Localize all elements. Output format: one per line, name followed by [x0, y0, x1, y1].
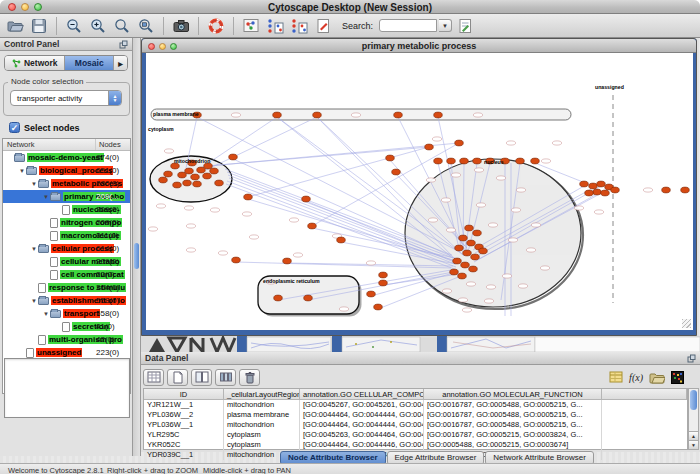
- network-node[interactable]: [244, 194, 253, 200]
- node-color-dropdown[interactable]: transporter activity ▲▼: [10, 90, 122, 106]
- network-node[interactable]: [178, 172, 187, 178]
- scroll-up-arrow[interactable]: ▲: [689, 431, 698, 440]
- network-node[interactable]: [185, 168, 194, 174]
- network-node[interactable]: [516, 158, 525, 164]
- tree-row[interactable]: cellular metabo209(0): [3, 255, 130, 268]
- select-attributes-button[interactable]: [143, 369, 164, 386]
- search-dropdown-caret[interactable]: ▼: [439, 19, 452, 32]
- network-node[interactable]: [386, 155, 395, 161]
- network-node[interactable]: [191, 174, 200, 180]
- attribute-panes-button[interactable]: [191, 369, 212, 386]
- attribute-table-scrollbar[interactable]: ▲ ▼: [688, 388, 699, 450]
- network-node[interactable]: [469, 266, 478, 272]
- network-node[interactable]: [611, 187, 620, 193]
- data-panel-float-icon[interactable]: [687, 354, 696, 363]
- delete-attribute-button[interactable]: [239, 369, 260, 386]
- select-nodes-checkbox[interactable]: ✓: [9, 122, 20, 133]
- network-node[interactable]: [193, 181, 202, 187]
- network-node[interactable]: [580, 181, 589, 187]
- network-node[interactable]: [308, 223, 317, 229]
- network-node[interactable]: [447, 158, 456, 164]
- float-panel-icon[interactable]: [119, 40, 128, 49]
- network-node[interactable]: [215, 180, 224, 186]
- tree-row[interactable]: ▼transport558(0): [3, 307, 130, 320]
- network-edge[interactable]: [206, 117, 317, 170]
- tree-row[interactable]: nitrogen compo209(0): [3, 216, 130, 229]
- vizmapper-icon[interactable]: [240, 16, 262, 36]
- open-session-button[interactable]: [4, 16, 26, 36]
- tab-mosaic[interactable]: Mosaic: [65, 56, 114, 70]
- tree-row[interactable]: secretion41(0): [3, 320, 130, 333]
- network-node[interactable]: [453, 258, 462, 264]
- import-attributes-folder-icon[interactable]: [649, 371, 665, 384]
- expander-icon[interactable]: ▼: [30, 246, 38, 252]
- network-overview-navigator[interactable]: [4, 358, 130, 418]
- scroll-down-arrow[interactable]: ▼: [689, 440, 698, 449]
- tree-row[interactable]: ▼biological_process651(0): [3, 164, 130, 177]
- network-node[interactable]: [589, 183, 598, 189]
- tree-row[interactable]: mosaic-demo-yeast874(0): [3, 151, 130, 164]
- table-column-header[interactable]: annotation.GO MOLECULAR_FUNCTION: [424, 389, 602, 399]
- network-node[interactable]: [601, 190, 610, 196]
- table-row[interactable]: YJR121W__1mitochondrion[GO:0045267, GO:0…: [144, 400, 687, 410]
- network-node[interactable]: [473, 158, 482, 164]
- compartment-plasma-membrane[interactable]: [151, 109, 571, 120]
- network-node[interactable]: [463, 250, 472, 256]
- table-row[interactable]: YKR052Ccytoplasm[GO:0044464, GO:0044446,…: [144, 440, 687, 450]
- formula-builder-icon[interactable]: f(x): [629, 372, 643, 383]
- tree-column-network[interactable]: Network: [3, 140, 35, 149]
- expander-icon[interactable]: ▼: [42, 311, 50, 317]
- network-node[interactable]: [479, 248, 488, 254]
- network-node[interactable]: [597, 181, 606, 187]
- network-node[interactable]: [379, 280, 388, 286]
- network-node[interactable]: [461, 262, 470, 268]
- tree-row[interactable]: macromolecule311(0): [3, 229, 130, 242]
- network-window-titlebar[interactable]: primary metabolic process: [142, 39, 696, 53]
- expander-icon[interactable]: ▼: [18, 168, 26, 174]
- expander-icon[interactable]: ▼: [30, 298, 38, 304]
- table-column-header[interactable]: annotation.GO CELLULAR_COMPONENT: [300, 389, 424, 399]
- tree-row[interactable]: response to stimulu264(0): [3, 281, 130, 294]
- network-node[interactable]: [662, 187, 671, 193]
- network-node[interactable]: [455, 245, 464, 251]
- network-node[interactable]: [367, 291, 376, 297]
- scrollbar-thumb[interactable]: [134, 243, 139, 269]
- table-row[interactable]: YPL036W__1mitochondrion[GO:0044464, GO:0…: [144, 420, 687, 430]
- tree-row[interactable]: cell communicat22(0): [3, 268, 130, 281]
- table-column-header[interactable]: [602, 389, 687, 399]
- network-node[interactable]: [164, 171, 173, 177]
- zoom-in-icon[interactable]: [87, 16, 109, 36]
- network-node[interactable]: [467, 240, 476, 246]
- network-node[interactable]: [425, 144, 434, 150]
- network-node[interactable]: [465, 225, 474, 231]
- tree-row[interactable]: ▼establishment of lo558(0): [3, 294, 130, 307]
- network-node[interactable]: [210, 168, 219, 174]
- network-node[interactable]: [197, 167, 206, 173]
- annotation-icon[interactable]: [312, 16, 334, 36]
- network-node[interactable]: [273, 112, 282, 118]
- tree-row[interactable]: ▼cellular process614(0): [3, 242, 130, 255]
- table-row[interactable]: YPL036W__2plasma membrane[GO:0044464, GO…: [144, 410, 687, 420]
- network-node[interactable]: [274, 295, 283, 301]
- network-node[interactable]: [203, 173, 212, 179]
- network-node[interactable]: [304, 295, 313, 301]
- advanced-search-icon[interactable]: [454, 16, 476, 36]
- search-input[interactable]: [379, 19, 437, 32]
- network-node[interactable]: [593, 189, 602, 195]
- expander-icon[interactable]: ▼: [42, 194, 50, 200]
- tree-row[interactable]: ▼metabolic process280(0): [3, 177, 130, 190]
- network-node[interactable]: [531, 158, 540, 164]
- network-node[interactable]: [434, 112, 443, 118]
- tree-row[interactable]: multi-organism pro42(0): [3, 333, 130, 346]
- tab-overflow-arrow[interactable]: ▶: [114, 56, 127, 70]
- network-node[interactable]: [473, 230, 482, 236]
- network-node[interactable]: [471, 254, 480, 260]
- network-node[interactable]: [337, 237, 346, 243]
- network-node[interactable]: [450, 269, 459, 275]
- network-node[interactable]: [434, 158, 443, 164]
- tab-network[interactable]: Network: [5, 56, 65, 70]
- network-node[interactable]: [173, 182, 182, 188]
- network-node[interactable]: [681, 187, 690, 193]
- table-row[interactable]: YLR295Ccytoplasm[GO:0045263, GO:0044464,…: [144, 430, 687, 440]
- attribute-scrollbar-thumb[interactable]: [690, 390, 697, 410]
